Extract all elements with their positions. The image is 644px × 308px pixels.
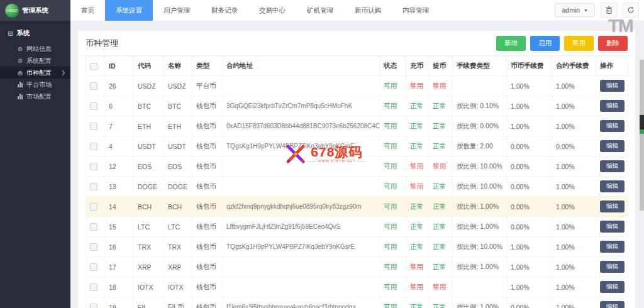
row-checkbox[interactable] <box>90 203 97 211</box>
sidebar-item[interactable]: 市场配置 <box>0 91 70 102</box>
row-checkbox[interactable] <box>90 82 97 90</box>
sidebar-item[interactable]: 平台市场 <box>0 79 70 91</box>
cell-fee_contract: 1.00% <box>552 237 596 257</box>
cell-op: 编辑 <box>596 136 628 157</box>
toolbar-button[interactable]: 新增 <box>496 36 526 51</box>
row-checkbox[interactable] <box>90 143 97 150</box>
edit-button[interactable]: 编辑 <box>600 80 625 92</box>
top-nav-item-tab[interactable]: 矿机管理 <box>296 0 344 21</box>
cell-code: USDZ <box>134 76 164 96</box>
cell-fee_coin: 0.00% <box>507 197 552 217</box>
cell-address: TQgsKg1H9pPYLW4PBPZ7iKq3ebY9oKGsrE <box>223 136 380 157</box>
row-checkbox[interactable] <box>90 304 97 308</box>
edit-button[interactable]: 编辑 <box>600 221 625 233</box>
row-checkbox[interactable] <box>90 243 97 251</box>
row-checkbox[interactable] <box>90 263 97 271</box>
cell-op: 编辑 <box>596 76 628 96</box>
row-checkbox[interactable] <box>90 183 97 190</box>
top-nav-item-tab[interactable]: 内容管理 <box>392 0 440 21</box>
cell-type: 钱包币 <box>192 297 223 308</box>
sidebar-item[interactable]: ◎币种配置❯ <box>0 67 70 79</box>
cell-op: 编辑 <box>596 277 628 297</box>
cell-status: 可用 <box>380 136 406 157</box>
edit-button[interactable]: 编辑 <box>600 180 625 192</box>
top-nav-item-tab[interactable]: 交易中心 <box>248 0 296 21</box>
cell-sel <box>86 197 105 217</box>
select-all-checkbox[interactable] <box>90 63 97 70</box>
row-checkbox[interactable] <box>90 283 97 291</box>
cell-withdraw: 正常 <box>429 297 453 308</box>
cell-charge: 正常 <box>406 197 429 217</box>
cell-charge: 正常 <box>406 116 429 136</box>
top-nav-item-active[interactable]: 系统设置 <box>105 0 153 21</box>
cell-name: USDT <box>164 136 192 157</box>
cell-fee_type <box>453 76 507 96</box>
cell-sel <box>86 217 105 237</box>
cell-status: 可用 <box>380 257 406 277</box>
table-row-FIL: 19FILFIL币钱包币f1iem6s3j5tbysbhpsuxy4uxyh6n… <box>86 297 628 308</box>
cell-code: IOTX <box>134 277 164 297</box>
cell-fee_contract: 0.00% <box>552 136 596 157</box>
globe-logo-icon: USDZ <box>5 4 19 18</box>
sidebar-group-system[interactable]: ⊟ 系统 <box>0 21 70 43</box>
cell-fee_contract: 1.00% <box>552 257 596 277</box>
sidebar-item[interactable]: ⚙网站信息 <box>0 43 70 55</box>
cell-address <box>223 76 380 96</box>
cell-fee_contract: 1.00% <box>552 116 596 136</box>
cell-address <box>223 257 380 277</box>
cell-sel <box>86 76 105 96</box>
toolbar-button[interactable]: 删除 <box>598 36 628 51</box>
scrollbar-thumb[interactable] <box>640 115 644 134</box>
trash-button[interactable] <box>601 3 617 18</box>
cell-status: 可用 <box>380 297 406 308</box>
sidebar-item[interactable]: ⚙系统配置 <box>0 55 70 67</box>
edit-button[interactable]: 编辑 <box>600 160 625 172</box>
cell-fee_type <box>453 277 507 297</box>
cell-fee_contract: 1.00% <box>552 197 596 217</box>
top-nav-item-tab[interactable]: 财务记录 <box>201 0 248 21</box>
edit-button[interactable]: 编辑 <box>600 201 625 212</box>
table-row-BTC: 6BTCBTC钱包币3GqGQEi23kfprbTvZrCm7mP8qu5cHM… <box>86 96 628 116</box>
vertical-scrollbar[interactable] <box>640 60 644 211</box>
col-header-op: 操作 <box>596 57 628 76</box>
edit-button[interactable]: 编辑 <box>600 301 625 308</box>
cell-type: 钱包币 <box>192 257 223 277</box>
cell-address: LffbvygmFJLjHfZ9nZg91f6j59ECeo4QvS <box>223 217 380 237</box>
page-title: 币种管理 <box>86 38 118 49</box>
row-checkbox[interactable] <box>90 223 97 231</box>
sidebar: USDZ 管理系统 ⊟ 系统 ⚙网站信息⚙系统配置◎币种配置❯平台市场市场配置 <box>0 0 70 308</box>
toolbar-button[interactable]: 禁用 <box>564 36 594 51</box>
edit-button[interactable]: 编辑 <box>600 120 625 132</box>
cell-status: 可用 <box>380 237 406 257</box>
cell-fee_type: 按比例: 1.00% <box>453 257 507 277</box>
top-nav-item-tab[interactable]: 用户管理 <box>153 0 201 21</box>
cell-charge: 正常 <box>406 96 429 116</box>
cell-status: 可用 <box>380 116 406 136</box>
edit-button[interactable]: 编辑 <box>600 100 625 112</box>
row-checkbox[interactable] <box>90 123 97 130</box>
sidebar-item-label: 系统配置 <box>26 57 52 65</box>
sidebar-item-label: 币种配置 <box>26 69 52 77</box>
cell-type: 钱包币 <box>192 136 223 157</box>
cell-name: TRX <box>164 237 192 257</box>
cell-id: 7 <box>105 116 134 136</box>
edit-button[interactable]: 编辑 <box>600 261 625 273</box>
edit-button[interactable]: 编辑 <box>600 281 625 293</box>
row-checkbox[interactable] <box>90 102 97 110</box>
toolbar-button[interactable]: 启用 <box>530 36 560 51</box>
edit-button[interactable]: 编辑 <box>600 140 625 152</box>
cell-address <box>223 177 380 197</box>
row-checkbox[interactable] <box>90 163 97 170</box>
cell-fee_coin: 1.00% <box>507 116 552 136</box>
cell-fee_contract: 1.00% <box>552 217 596 237</box>
admin-user-dropdown[interactable]: admin ▼ <box>555 3 595 17</box>
admin-user-label: admin <box>562 6 580 14</box>
cell-fee_coin: 0.00% <box>507 297 552 308</box>
top-nav-item-tab[interactable]: 首页 <box>70 0 105 21</box>
edit-button[interactable]: 编辑 <box>600 241 625 253</box>
cell-sel <box>86 136 105 157</box>
refresh-button[interactable] <box>623 3 639 18</box>
cell-charge: 正常 <box>406 297 429 308</box>
top-nav-item-tab[interactable]: 新币认购 <box>344 0 392 21</box>
cell-charge: 正常 <box>406 136 429 157</box>
